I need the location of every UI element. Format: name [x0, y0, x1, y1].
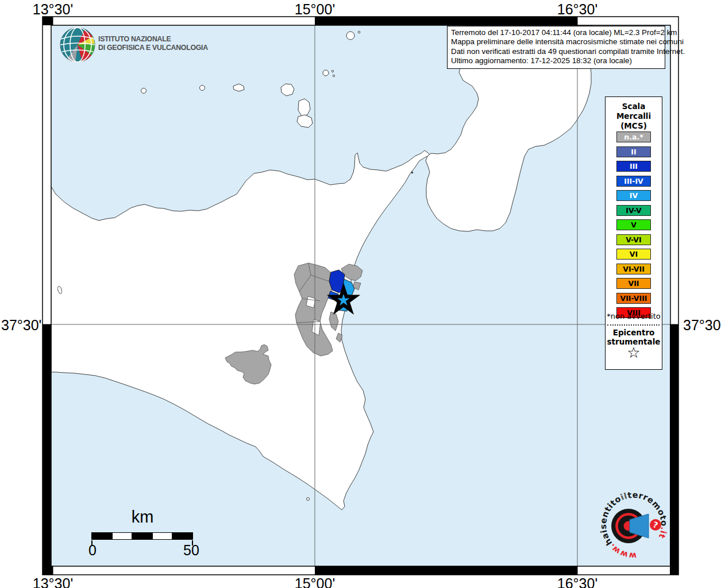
event-info-line1: Terremoto del 17-10-2017 04:11:44 (ora l… — [451, 28, 661, 37]
epicenter-star-icon: ☆ — [606, 345, 662, 360]
scalebar — [91, 532, 193, 540]
scalebar-unit: km — [132, 508, 154, 527]
legend-title-line1: Scala — [606, 102, 662, 111]
haisentito-logo: ? www.haisentitoilterremoto.it — [589, 485, 672, 572]
watermark-www: www. — [607, 542, 637, 560]
scalebar-num-start: 0 — [88, 542, 97, 559]
legend-chip-vi: VI — [616, 249, 651, 260]
legend-epicenter-line1: Epicentro — [606, 328, 662, 337]
lon-label-bottom-center: 15°00' — [295, 575, 335, 588]
legend-chip-iii-iv: III-IV — [616, 176, 651, 187]
lon-label-top-right: 16°30' — [557, 1, 597, 18]
legend-chip-v-vi: V-VI — [616, 234, 651, 245]
event-info-line4: Ultimo aggiornamento: 17-12-2025 18:32 (… — [451, 56, 661, 65]
lon-label-bottom-right: 16°30' — [557, 575, 597, 588]
legend-chip-iv-v: IV-V — [616, 205, 651, 216]
lon-label-top-center: 15°00' — [295, 1, 335, 18]
legend-scale-list: n.a.*IIIIIIII-IVIVIV-VVV-VIVIVI-VIIVIIVI… — [606, 131, 662, 322]
event-info-line3: Dati non verificati estratti da 49 quest… — [451, 47, 661, 56]
event-info-line2: Mappa preliminare delle intensità macros… — [451, 37, 661, 47]
legend-title-line3: (MCS) — [606, 121, 662, 131]
legend-chip-vi-vii: VI-VII — [616, 264, 651, 274]
lat-label-right: 37°30' — [683, 317, 721, 334]
scalebar-seg — [172, 533, 192, 539]
scalebar-num-end: 50 — [183, 542, 199, 559]
scalebar-seg — [112, 533, 132, 539]
legend-title: Scala Mercalli (MCS) — [606, 102, 662, 131]
lon-label-top-left: 13°30' — [33, 1, 73, 18]
ingv-wordmark: ISTITUTO NAZIONALE DI GEOFISICA E VULCAN… — [98, 34, 208, 52]
scalebar-seg — [92, 533, 112, 539]
event-info-box: Terremoto del 17-10-2017 04:11:44 (ora l… — [447, 26, 665, 69]
ingv-shakemap-page: 13°30' 15°00' 16°30' 13°30' 15°00' 16°30… — [0, 0, 721, 588]
scalebar-seg — [152, 533, 172, 539]
town-dot — [411, 172, 413, 173]
legend-chip-vii: VII — [616, 278, 651, 289]
ingv-globe-logo — [59, 26, 96, 63]
lon-label-bottom-left: 13°30' — [33, 575, 73, 588]
legend-chip-iv: IV — [616, 190, 651, 201]
legend-chip-vii-viii: VII-VIII — [616, 293, 651, 304]
legend-footnote: *non avvertito — [606, 312, 662, 320]
mercalli-legend: Scala Mercalli (MCS) n.a.*IIIIIIII-IVIVI… — [605, 96, 662, 370]
legend-chip-n-a-: n.a.* — [616, 131, 651, 142]
ingv-wordmark-line1: ISTITUTO NAZIONALE — [98, 34, 208, 43]
legend-chip-ii: II — [616, 146, 651, 157]
legend-title-line2: Mercalli — [606, 111, 662, 121]
legend-divider — [607, 324, 660, 326]
lat-label-left: 37°30' — [1, 317, 38, 334]
legend-chip-v: V — [616, 219, 651, 230]
scalebar-seg — [132, 533, 152, 539]
legend-chip-iii: III — [616, 161, 651, 172]
ingv-wordmark-line2: DI GEOFISICA E VULCANOLOGIA — [98, 43, 208, 52]
